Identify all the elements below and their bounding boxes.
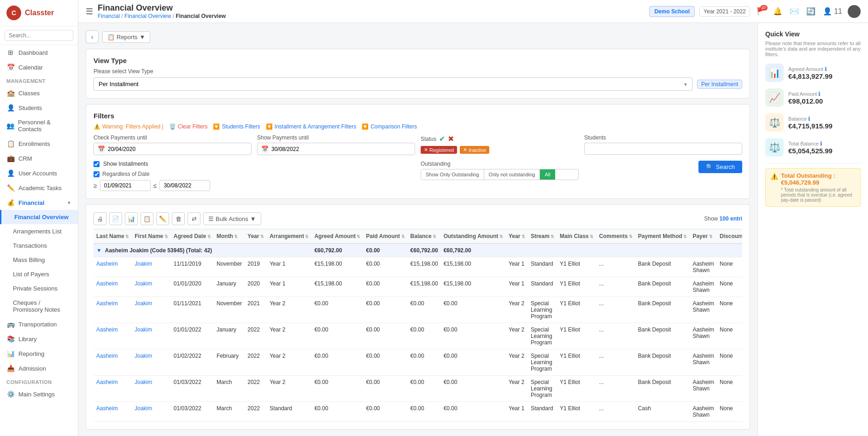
cell-agreed-date: 01/03/2022	[171, 376, 214, 402]
col-payment-method[interactable]: Payment Method	[635, 229, 690, 244]
sidebar-item-user-accounts[interactable]: 👤 User Accounts	[0, 166, 78, 180]
cell-last-name: Aasheim	[94, 277, 132, 297]
date-from-input[interactable]: 01/09/2021	[100, 180, 151, 191]
info-icon[interactable]: ℹ	[825, 66, 827, 72]
menu-icon[interactable]: ☰	[86, 6, 93, 17]
user-count-btn[interactable]: 👤 11	[821, 5, 844, 17]
excel-icon-btn[interactable]: 📊	[125, 212, 138, 225]
sidebar-item-dashboard[interactable]: ⊞ Dashboard	[0, 45, 78, 60]
sidebar-item-private-sessions[interactable]: Private Sessions	[0, 281, 78, 296]
mail-icon-btn[interactable]: ✉️	[788, 5, 801, 17]
regardless-checkbox[interactable]	[94, 161, 100, 167]
sidebar-item-cheques[interactable]: Cheques / Promissory Notes	[0, 296, 78, 317]
header-left: ☰ Financial Overview Financial / Financi…	[86, 3, 226, 19]
students-filters-link[interactable]: 🔽 Students Filters	[213, 123, 260, 130]
col-comments[interactable]: Comments	[596, 229, 635, 244]
sidebar-item-financial[interactable]: 💰 Financial ▼	[0, 195, 78, 210]
sidebar-item-transactions[interactable]: Transactions	[0, 238, 78, 253]
sidebar-search-input[interactable]	[5, 30, 73, 41]
sidebar-item-admission[interactable]: 📥 Admission	[0, 361, 78, 376]
sidebar-item-arrangements-list[interactable]: Arrangements List	[0, 224, 78, 238]
sidebar-item-academic-tasks[interactable]: ✏️ Academic Tasks	[0, 180, 78, 195]
cell-last-name: Aasheim	[94, 297, 132, 323]
refresh-icon-btn[interactable]: 🔄	[804, 5, 817, 17]
filters-section: Filters ⚠️ Warning: Filters Applied | 🗑️…	[86, 104, 750, 199]
col-first-name[interactable]: First Name	[132, 229, 171, 244]
delete-icon-btn[interactable]: 🗑	[172, 212, 185, 225]
group-name: ▼ Aasheim Joakim (Code 53945) (Total: 42…	[94, 244, 311, 257]
flag-icon-btn[interactable]: 🚩47	[755, 5, 768, 17]
group-paid: €0.00	[363, 244, 407, 257]
search-button[interactable]: 🔍 Search	[698, 161, 742, 173]
col-agreed-date[interactable]: Agreed Date	[171, 229, 214, 244]
sidebar-item-list-of-payers[interactable]: List of Payers	[0, 267, 78, 281]
show-payments-input[interactable]: 📅 30/08/2022	[257, 143, 415, 155]
sidebar-item-crm[interactable]: 💼 CRM	[0, 151, 78, 166]
reports-button[interactable]: 📋 Reports ▼	[102, 31, 150, 43]
info-icon3[interactable]: ℹ	[808, 116, 810, 122]
sidebar-item-students[interactable]: 👤 Students	[0, 100, 78, 115]
sidebar-item-library[interactable]: 📚 Library	[0, 331, 78, 346]
cell-outstanding: €0.00	[441, 323, 506, 349]
all-outstanding-btn[interactable]: All	[540, 169, 555, 180]
col-last-name[interactable]: Last Name	[94, 229, 132, 244]
col-agreed-amount[interactable]: Agreed Amount	[311, 229, 363, 244]
show-only-outstanding-btn[interactable]: Show Only Outstanding	[421, 169, 484, 180]
status-check-icon[interactable]: ✔	[439, 134, 445, 143]
sidebar-item-financial-overview[interactable]: Financial Overview	[0, 210, 78, 224]
sidebar-item-mass-billing[interactable]: Mass Billing	[0, 253, 78, 267]
group-balance: €60,792.00	[408, 244, 441, 257]
status-x-icon[interactable]: ✖	[448, 134, 454, 143]
sidebar-item-calendar[interactable]: 📅 Calendar	[0, 60, 78, 75]
col-year[interactable]: Year	[245, 229, 267, 244]
edit-icon-btn[interactable]: ✏️	[156, 212, 169, 225]
col-stream[interactable]: Stream	[528, 229, 557, 244]
sidebar-item-classes[interactable]: 🏫 Classes	[0, 86, 78, 100]
sidebar-item-label: User Accounts	[18, 170, 57, 177]
cell-payer: Aasheim Shawn	[690, 257, 717, 277]
sidebar-item-enrollments[interactable]: 📋 Enrollments	[0, 136, 78, 151]
cell-first-name: Joakim	[132, 349, 171, 376]
only-not-outstanding-btn[interactable]: Only not outstanding	[484, 169, 540, 180]
show-payments-date[interactable]: 30/08/2022	[271, 146, 411, 152]
col-outstanding-amount[interactable]: Outstanding Amount	[441, 229, 506, 244]
col-arrangement[interactable]: Arrangement	[267, 229, 311, 244]
avatar[interactable]	[848, 5, 861, 18]
check-payments-input[interactable]: 📅 20/04/2020	[94, 143, 252, 155]
sidebar-item-transportation[interactable]: 🚌 Transportation	[0, 317, 78, 331]
sidebar-item-reporting[interactable]: 📊 Reporting	[0, 346, 78, 361]
check-payments-date[interactable]: 20/04/2020	[108, 146, 247, 152]
view-type-select[interactable]: Per Installment Per Student Per Arrangem…	[94, 77, 692, 91]
col-month[interactable]: Month	[214, 229, 245, 244]
installment-filters-link[interactable]: 🔽 Installment & Arrangement Filters	[266, 123, 356, 130]
pdf-icon-btn[interactable]: 📄	[109, 212, 122, 225]
print-icon-btn[interactable]: 🖨	[94, 212, 106, 225]
back-button[interactable]: ‹	[86, 30, 99, 43]
sidebar-item-label: Classes	[18, 90, 40, 97]
status-badge-inactive[interactable]: ✕ Inactive	[460, 146, 489, 154]
calendar-icon: 📅	[6, 64, 15, 71]
date-to-input[interactable]: 30/08/2022	[159, 180, 210, 191]
cell-first-name: Joakim	[132, 402, 171, 422]
year-selector[interactable]: Year 2021 - 2022	[699, 6, 750, 17]
col-main-class[interactable]: Main Class	[557, 229, 596, 244]
col-year2[interactable]: Year	[506, 229, 528, 244]
info-icon4[interactable]: ℹ	[820, 140, 822, 147]
columns-icon-btn[interactable]: ⇄	[188, 212, 200, 225]
status-badge-registered[interactable]: ✕ Registered	[421, 146, 457, 154]
sidebar-item-main-settings[interactable]: ⚙️ Main Settings	[0, 387, 78, 401]
sidebar-item-personnel[interactable]: 👥 Personnel & Contacts	[0, 115, 78, 136]
bulk-actions-button[interactable]: ☰ Bulk Actions ▼	[203, 212, 261, 225]
col-balance[interactable]: Balance	[408, 229, 441, 244]
col-paid-amount[interactable]: Paid Amount	[363, 229, 407, 244]
bell-icon-btn[interactable]: 🔔	[771, 5, 784, 17]
info-icon2[interactable]: ℹ	[818, 91, 821, 97]
copy-icon-btn[interactable]: 📋	[141, 212, 153, 225]
regardless-date-checkbox[interactable]	[94, 171, 100, 177]
group-toggle[interactable]: ▼	[96, 247, 102, 254]
clear-filters-button[interactable]: 🗑️ Clear Filters	[169, 123, 208, 130]
comparison-filters-link[interactable]: 🔽 Comparison Filters	[362, 123, 417, 130]
col-payer[interactable]: Payer	[690, 229, 717, 244]
col-discount[interactable]: Discount	[717, 229, 742, 244]
students-filter-input[interactable]	[584, 143, 742, 155]
